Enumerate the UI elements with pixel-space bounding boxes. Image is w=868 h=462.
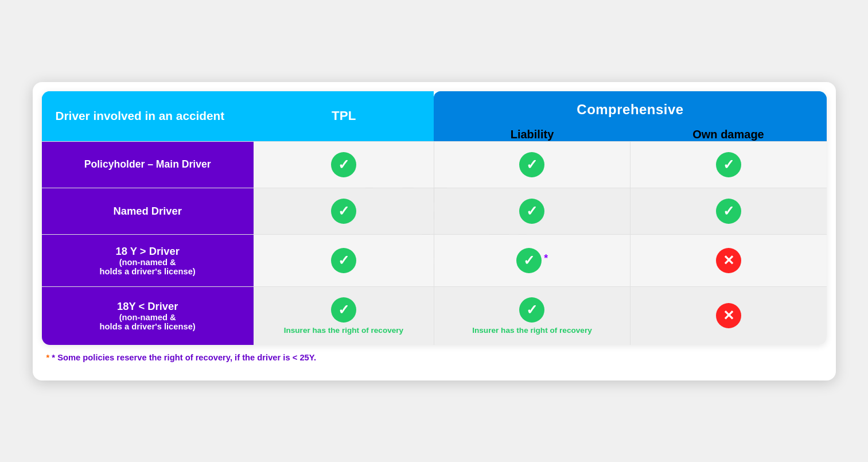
check-icon: ✓ bbox=[331, 199, 356, 224]
comparison-table-container: وكيلwakeel Driver involved in an acciden… bbox=[42, 91, 827, 345]
tpl-recovery-text: Insurer has the right of recovery bbox=[260, 326, 427, 335]
tpl-check-over18: ✓ bbox=[254, 234, 434, 286]
footnote: * * Some policies reserve the right of r… bbox=[33, 345, 836, 362]
liability-check-over18: ✓ * bbox=[434, 234, 630, 286]
comparison-table: Driver involved in an accident TPL Compr… bbox=[42, 91, 827, 345]
check-icon: ✓ bbox=[519, 152, 544, 177]
footnote-asterisk: * bbox=[46, 353, 50, 362]
own-damage-cross-under18: ✕ bbox=[630, 286, 826, 345]
liability-check-policyholder: ✓ bbox=[434, 141, 630, 188]
table-row: Named Driver ✓ ✓ ✓ bbox=[42, 188, 827, 234]
driver-label-under18: 18Y < Driver (non-named &holds a driver'… bbox=[42, 286, 254, 345]
check-icon: ✓ bbox=[331, 297, 356, 323]
check-icon: ✓ bbox=[519, 199, 544, 224]
check-icon: ✓ bbox=[331, 248, 356, 273]
cross-icon: ✕ bbox=[716, 248, 741, 273]
check-icon: ✓ bbox=[516, 248, 542, 273]
check-icon: ✓ bbox=[519, 297, 544, 323]
header-row-top: Driver involved in an accident TPL Compr… bbox=[42, 91, 827, 128]
footnote-text: * Some policies reserve the right of rec… bbox=[52, 353, 316, 362]
table-row: 18Y < Driver (non-named &holds a driver'… bbox=[42, 286, 827, 345]
liability-check-named: ✓ bbox=[434, 188, 630, 234]
check-icon: ✓ bbox=[331, 152, 356, 177]
tpl-check-policyholder: ✓ bbox=[254, 141, 434, 188]
own-damage-cross-over18: ✕ bbox=[630, 234, 826, 286]
liability-check-under18: ✓ Insurer has the right of recovery bbox=[434, 286, 630, 345]
cross-icon: ✕ bbox=[716, 303, 741, 328]
page-container: وكيلwakeel Driver involved in an acciden… bbox=[33, 82, 836, 381]
driver-label-policyholder: Policyholder – Main Driver bbox=[42, 141, 254, 188]
driver-label-named: Named Driver bbox=[42, 188, 254, 234]
liability-recovery-text: Insurer has the right of recovery bbox=[441, 326, 623, 335]
tpl-col-header: TPL bbox=[254, 91, 434, 142]
liability-sub-header: Liability bbox=[434, 128, 630, 142]
check-icon: ✓ bbox=[716, 152, 741, 177]
table-body: Policyholder – Main Driver ✓ ✓ ✓ Nam bbox=[42, 141, 827, 345]
driver-label-over18: 18 Y > Driver (non-named &holds a driver… bbox=[42, 234, 254, 286]
own-damage-check-policyholder: ✓ bbox=[630, 141, 826, 188]
asterisk-note: * bbox=[544, 252, 548, 263]
own-damage-check-named: ✓ bbox=[630, 188, 826, 234]
table-row: Policyholder – Main Driver ✓ ✓ ✓ bbox=[42, 141, 827, 188]
own-damage-sub-header: Own damage bbox=[630, 128, 826, 142]
comprehensive-header: Comprehensive bbox=[434, 91, 826, 128]
driver-col-header: Driver involved in an accident bbox=[42, 91, 254, 142]
tpl-check-named: ✓ bbox=[254, 188, 434, 234]
table-row: 18 Y > Driver (non-named &holds a driver… bbox=[42, 234, 827, 286]
check-icon: ✓ bbox=[716, 199, 741, 224]
tpl-check-under18: ✓ Insurer has the right of recovery bbox=[254, 286, 434, 345]
